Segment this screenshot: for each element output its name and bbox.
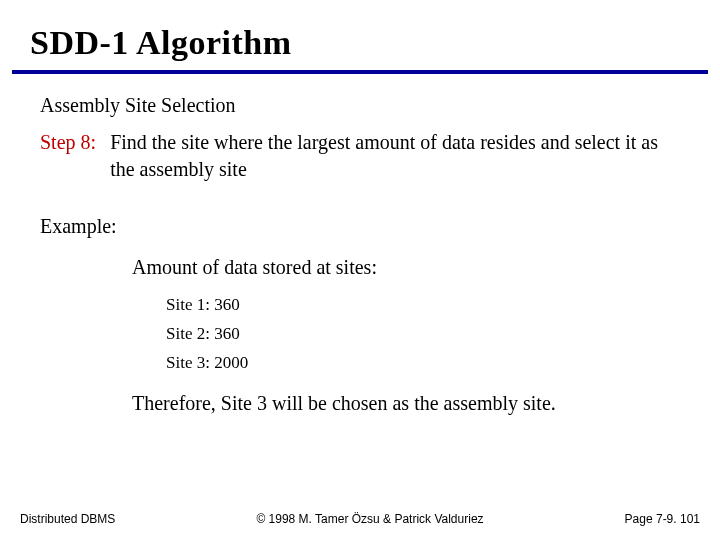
conclusion: Therefore, Site 3 will be chosen as the …: [132, 390, 680, 417]
sites-list: Site 1: 360 Site 2: 360 Site 3: 2000: [132, 291, 680, 378]
list-item: Site 2: 360: [166, 320, 680, 349]
list-item: Site 3: 2000: [166, 349, 680, 378]
amount-line: Amount of data stored at sites:: [132, 254, 680, 281]
page-title: SDD-1 Algorithm: [0, 0, 720, 70]
footer-right: Page 7-9. 101: [625, 512, 700, 526]
section-heading: Assembly Site Selection: [40, 92, 680, 119]
step-body: Find the site where the largest amount o…: [110, 129, 680, 183]
footer-left: Distributed DBMS: [20, 512, 115, 526]
example-body: Amount of data stored at sites: Site 1: …: [40, 254, 680, 417]
footer-center: © 1998 M. Tamer Özsu & Patrick Valduriez: [115, 512, 624, 526]
footer: Distributed DBMS © 1998 M. Tamer Özsu & …: [0, 512, 720, 526]
step-row: Step 8: Find the site where the largest …: [40, 129, 680, 183]
list-item: Site 1: 360: [166, 291, 680, 320]
example-heading: Example:: [40, 213, 680, 240]
content: Assembly Site Selection Step 8: Find the…: [0, 74, 720, 417]
step-label: Step 8:: [40, 129, 110, 156]
slide: SDD-1 Algorithm Assembly Site Selection …: [0, 0, 720, 540]
